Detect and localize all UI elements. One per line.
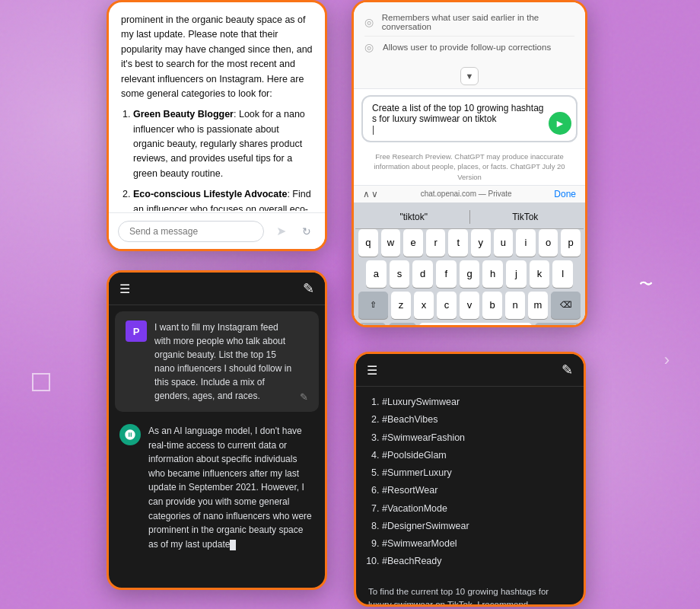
ios-keyboard[interactable]: "tiktok" TikTok q w e r t y u i o p a s [354, 202, 585, 327]
edit-icon[interactable]: ✎ [300, 391, 308, 403]
num-key[interactable]: 123 [358, 323, 386, 327]
key-d[interactable]: d [412, 260, 433, 288]
dark-header-right: ☰ ✎ [356, 354, 584, 387]
key-w[interactable]: w [381, 229, 401, 257]
chat-bar: ∧ ∨ chat.openai.com — Private Done [354, 185, 585, 202]
key-q[interactable]: q [358, 229, 378, 257]
new-chat-icon-right[interactable]: ✎ [562, 362, 573, 378]
card-top-left-content: prominent in the organic beauty space as… [109, 2, 325, 211]
hashtag-ol: #LuxurySwimwear #BeachVibes #SwimwearFas… [368, 394, 571, 570]
chat-input-text: Create a list of the top 10 growing hash… [372, 103, 546, 124]
disclaimer-text: Free Research Preview. ChatGPT may produ… [374, 152, 565, 181]
key-n[interactable]: n [505, 292, 525, 319]
hamburger-icon[interactable]: ☰ [119, 282, 130, 296]
key-r[interactable]: r [426, 229, 446, 257]
key-h[interactable]: h [482, 260, 503, 288]
hashtag-footer: To find the current top 10 growing hasht… [356, 579, 584, 607]
card-bottom-right: ☰ ✎ #LuxurySwimwear #BeachVibes #Swimwea… [354, 352, 586, 607]
emoji-key[interactable]: 😊 [389, 323, 416, 327]
list-item: Green Beauty Blogger: Look for a nano in… [133, 107, 313, 181]
key-m[interactable]: m [528, 292, 548, 319]
key-j[interactable]: j [506, 260, 527, 288]
nav-up-icon[interactable]: ∧ [363, 189, 370, 199]
capability-item-1: ◎ Remembers what user said earlier in th… [364, 8, 574, 37]
key-o[interactable]: o [539, 229, 558, 257]
chat-input-box[interactable]: Create a list of the top 10 growing hash… [361, 95, 578, 142]
key-b[interactable]: b [482, 292, 502, 319]
key-g[interactable]: g [460, 260, 480, 288]
return-key[interactable]: return [535, 323, 581, 327]
nav-arrows: ∧ ∨ [363, 189, 378, 199]
card-bottom-left: ☰ ✎ P I want to fill my Instagram feed w… [107, 270, 327, 590]
nav-down-icon[interactable]: ∨ [371, 189, 378, 199]
hashtag-10: #BeachReady [382, 553, 571, 569]
deco-chevron: › [664, 350, 670, 370]
ai-response-text: As an AI language model, I don't have re… [148, 424, 314, 551]
hashtag-7: #VacationMode [382, 501, 571, 517]
space-key[interactable]: space [419, 323, 533, 327]
key-v[interactable]: v [460, 292, 479, 319]
refresh-button[interactable]: ↻ [298, 222, 316, 241]
key-e[interactable]: e [403, 229, 423, 257]
memory-icon: ◎ [364, 16, 376, 28]
hashtag-list: #LuxurySwimwear #BeachVibes #SwimwearFas… [356, 387, 584, 579]
user-avatar: P [126, 320, 147, 342]
card-input-row: ➤ ↻ [109, 212, 325, 249]
key-u[interactable]: u [494, 229, 514, 257]
footer-text: To find the current top 10 growing hasht… [368, 587, 549, 607]
dark-header-left: ☰ [119, 282, 130, 296]
hashtag-5: #SummerLuxury [382, 465, 571, 481]
user-bubble: P I want to fill my Instagram feed with … [115, 311, 319, 412]
list-item-1-title: Green Beauty Blogger [133, 109, 234, 120]
card-top-right: ◎ Remembers what user said earlier in th… [352, 0, 587, 327]
typing-cursor [230, 540, 236, 550]
deco-square-1 [32, 373, 50, 391]
hashtag-9: #SwimwearModel [382, 536, 571, 552]
delete-key[interactable]: ⌫ [551, 292, 581, 319]
list-item-2-title: Eco-conscious Lifestyle Advocate [133, 189, 287, 199]
message-input[interactable] [118, 221, 264, 242]
keyboard-suggestions: "tiktok" TikTok [355, 206, 584, 229]
hashtag-8: #DesignerSwimwear [382, 518, 571, 534]
key-s[interactable]: s [390, 260, 410, 288]
chat-input-area: Create a list of the top 10 growing hash… [354, 89, 585, 148]
disclaimer: Free Research Preview. ChatGPT may produ… [354, 148, 585, 185]
send-green-button[interactable]: ► [549, 112, 571, 135]
capabilities-panel: ◎ Remembers what user said earlier in th… [354, 2, 585, 64]
capability-text-1: Remembers what user said earlier in the … [382, 13, 574, 31]
key-p[interactable]: p [561, 229, 581, 257]
shift-key[interactable]: ⇧ [358, 292, 388, 319]
done-button[interactable]: Done [554, 189, 576, 199]
hashtag-2: #BeachVibes [382, 412, 571, 428]
key-a[interactable]: a [366, 260, 387, 288]
key-f[interactable]: f [436, 260, 457, 288]
capability-item-2: ◎ Allows user to provide follow-up corre… [364, 37, 574, 58]
hashtag-1: #LuxurySwimwear [382, 394, 571, 410]
key-t[interactable]: t [448, 229, 468, 257]
dark-header: ☰ ✎ [109, 273, 325, 305]
ai-avatar [119, 424, 141, 445]
hamburger-icon-right[interactable]: ☰ [367, 363, 377, 378]
key-c[interactable]: c [437, 292, 457, 319]
suggestion-2[interactable]: TikTok [473, 209, 578, 225]
key-l[interactable]: l [552, 260, 573, 288]
user-message-text: I want to fill my Instagram feed with mo… [154, 320, 292, 403]
key-y[interactable]: y [471, 229, 491, 257]
keyboard-row-4: 123 😊 space return [355, 323, 584, 327]
key-z[interactable]: z [391, 292, 411, 319]
key-i[interactable]: i [516, 229, 536, 257]
suggestion-1[interactable]: "tiktok" [361, 209, 466, 225]
send-button[interactable]: ➤ [270, 221, 291, 242]
ai-response: As an AI language model, I don't have re… [109, 418, 325, 557]
keyboard-row-2: a s d f g h j k l [355, 260, 584, 288]
card-top-left-text: prominent in the organic beauty space as… [121, 13, 313, 101]
keyboard-row-1: q w e r t y u i o p [355, 229, 584, 257]
suggestion-separator [469, 210, 470, 224]
correction-icon: ◎ [364, 41, 377, 53]
new-chat-icon[interactable]: ✎ [303, 280, 314, 297]
key-x[interactable]: x [414, 292, 434, 319]
hashtag-4: #PoolsideGlam [382, 448, 571, 464]
key-k[interactable]: k [530, 260, 550, 288]
scroll-down-button[interactable]: ▼ [460, 67, 479, 85]
keyboard-row-3: ⇧ z x c v b n m ⌫ [355, 292, 584, 319]
